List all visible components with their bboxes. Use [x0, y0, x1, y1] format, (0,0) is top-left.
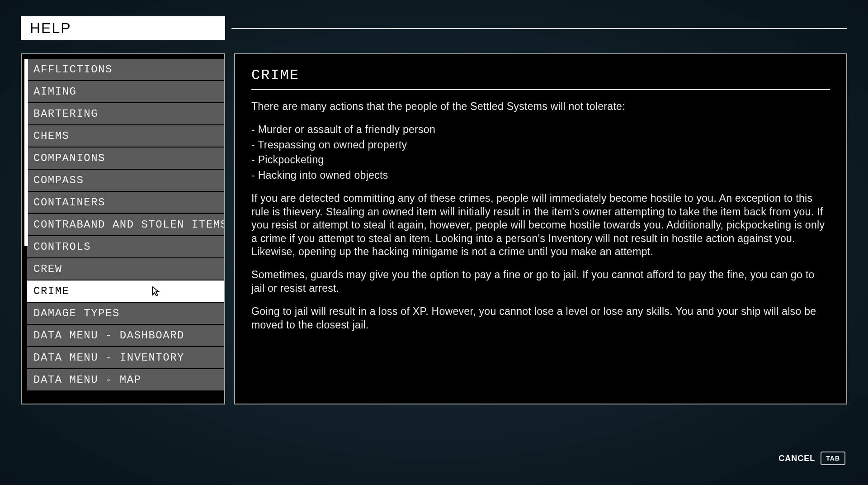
topic-item[interactable]: AIMING	[27, 81, 225, 102]
cancel-label: CANCEL	[778, 454, 815, 463]
content-paragraph: Going to jail will result in a loss of X…	[251, 305, 830, 332]
cursor-icon	[151, 286, 160, 297]
scrollbar-thumb[interactable]	[24, 59, 28, 246]
topic-item[interactable]: COMPANIONS	[27, 147, 225, 169]
content-paragraph: If you are detected committing any of th…	[251, 192, 830, 258]
topic-item[interactable]: AFFLICTIONS	[27, 59, 225, 80]
content-title: CRIME	[251, 67, 830, 90]
content-paragraph: - Murder or assault of a friendly person	[251, 123, 830, 136]
content-panel: CRIME There are many actions that the pe…	[234, 53, 847, 404]
topic-item[interactable]: BARTERING	[27, 103, 225, 124]
topic-item[interactable]: DATA MENU - DASHBOARD	[27, 325, 225, 346]
cancel-key-badge[interactable]: TAB	[821, 452, 845, 465]
content-paragraph: There are many actions that the people o…	[251, 100, 830, 113]
content-paragraph: Sometimes, guards may give you the optio…	[251, 268, 830, 295]
header-divider	[231, 28, 847, 29]
topic-item[interactable]: CONTROLS	[27, 236, 225, 257]
content-paragraph: - Pickpocketing	[251, 153, 830, 166]
topic-item[interactable]: CONTRABAND AND STOLEN ITEMS	[27, 214, 225, 235]
content-body: There are many actions that the people o…	[251, 100, 830, 332]
topic-list: AFFLICTIONSAIMINGBARTERINGCHEMSCOMPANION…	[27, 59, 225, 399]
topic-item[interactable]: CREW	[27, 258, 225, 280]
topic-item[interactable]: COMPASS	[27, 170, 225, 191]
main-container: AFFLICTIONSAIMINGBARTERINGCHEMSCOMPANION…	[21, 53, 847, 404]
topic-item[interactable]: CONTAINERS	[27, 192, 225, 213]
topic-item[interactable]: DAMAGE TYPES	[27, 303, 225, 324]
header-bar: HELP	[21, 16, 847, 40]
topic-item[interactable]: CHEMS	[27, 125, 225, 147]
topic-item[interactable]: DATA MENU - MAP	[27, 369, 225, 390]
topic-item[interactable]: CRIME	[27, 281, 225, 302]
topic-item[interactable]: DATA MENU - INVENTORY	[27, 347, 225, 368]
content-paragraph: - Trespassing on owned property	[251, 138, 830, 152]
content-paragraph: - Hacking into owned objects	[251, 169, 830, 182]
footer-hint: CANCEL TAB	[778, 452, 845, 465]
topic-sidebar: AFFLICTIONSAIMINGBARTERINGCHEMSCOMPANION…	[21, 53, 225, 404]
page-title: HELP	[21, 16, 225, 40]
